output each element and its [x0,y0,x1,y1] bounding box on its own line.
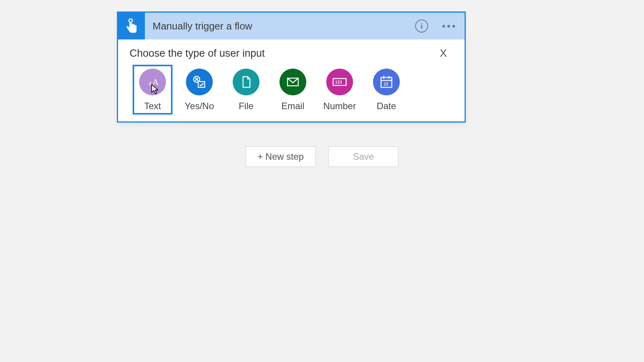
input-type-label: Email [281,101,304,111]
input-type-number[interactable]: 123Number [320,65,360,115]
yesno-icon [186,69,213,95]
close-button[interactable]: X [436,46,451,61]
trigger-card: Manually trigger a flow i Choose the typ… [117,11,466,123]
trigger-card-header[interactable]: Manually trigger a flow i [118,13,465,39]
input-type-row: aATextYes/NoFileEmail123Number21Date [118,63,465,121]
input-type-label: Text [144,101,161,111]
input-type-label: Number [323,101,356,111]
svg-text:21: 21 [384,81,388,87]
new-step-button[interactable]: + New step [246,146,316,167]
svg-rect-6 [198,82,205,87]
input-type-text[interactable]: aAText [133,65,172,115]
input-type-date[interactable]: 21Date [366,65,406,115]
input-type-file[interactable]: File [226,65,266,115]
svg-text:a: a [149,80,151,86]
info-button[interactable]: i [414,18,429,34]
text-aa-icon: aA [139,69,166,95]
footer-buttons: + New step Save [246,146,399,167]
touch-icon [123,18,140,34]
info-icon: i [415,20,428,33]
input-type-label: File [239,101,254,111]
svg-text:A: A [152,77,159,87]
email-icon [279,69,306,95]
save-button[interactable]: Save [329,146,399,167]
calendar-icon: 21 [373,69,400,95]
trigger-card-title: Manually trigger a flow [153,20,414,32]
input-type-label: Yes/No [185,101,214,111]
trigger-icon-container [118,13,145,39]
more-icon [442,25,455,28]
number123-icon: 123 [326,69,353,95]
more-button[interactable] [441,18,456,34]
input-type-label: Date [377,101,396,111]
trigger-card-body: Choose the type of user input X aATextYe… [118,39,465,121]
input-type-email[interactable]: Email [273,65,313,115]
file-icon [233,69,260,95]
card-header-actions: i [414,18,465,34]
svg-text:123: 123 [335,79,342,85]
input-type-heading: Choose the type of user input [130,48,265,59]
input-type-yesno[interactable]: Yes/No [179,65,219,115]
